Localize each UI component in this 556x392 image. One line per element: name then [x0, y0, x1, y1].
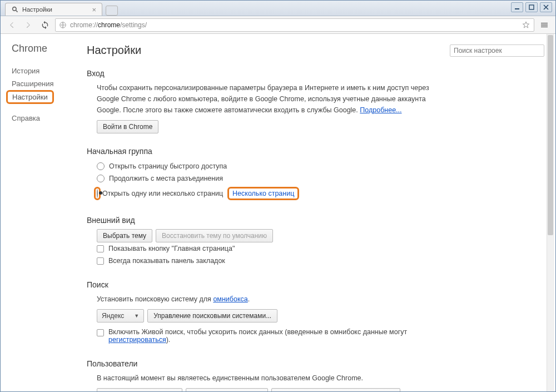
sidebar-item-extensions[interactable]: Расширения — [12, 77, 87, 90]
back-button[interactable] — [5, 18, 18, 32]
section-users-title: Пользователи — [87, 359, 544, 368]
choose-theme-button[interactable]: Выбрать тему — [97, 229, 152, 242]
set-pages-link[interactable]: Несколько страниц — [232, 190, 294, 197]
import-bookmarks-button[interactable]: Импортировать закладки и настройки — [271, 388, 400, 391]
checkbox-instant-label: Включить Живой поиск, чтобы ускорить пои… — [108, 328, 407, 344]
window-controls — [511, 1, 555, 12]
radio-newtab-label: Открыть страницу быстрого доступа — [109, 162, 227, 170]
tab-title: Настройки — [22, 6, 88, 13]
svg-rect-1 — [529, 5, 534, 9]
chevron-down-icon: ▼ — [134, 313, 139, 319]
new-tab-button[interactable] — [106, 6, 118, 16]
forward-button[interactable] — [22, 18, 35, 32]
section-search: Поиск Установить поисковую систему для о… — [87, 280, 544, 346]
section-login: Вход Чтобы сохранить персонализированные… — [87, 69, 544, 133]
add-user-button[interactable]: Добавить пользователя — [97, 388, 182, 391]
reload-button[interactable] — [38, 18, 52, 32]
sign-in-button[interactable]: Войти в Chrome — [97, 120, 158, 133]
radio-newtab[interactable] — [97, 162, 105, 170]
register-link[interactable]: регистрироваться — [108, 336, 166, 344]
settings-content: Chrome История Расширения Настройки Спра… — [1, 34, 555, 391]
tab-close-icon[interactable]: × — [92, 6, 96, 13]
checkbox-show-bookmarks-label: Всегда показывать панель закладок — [108, 257, 225, 265]
section-appearance-title: Внешний вид — [87, 216, 544, 225]
sidebar-item-help[interactable]: Справка — [12, 112, 87, 125]
sidebar-item-settings[interactable]: Настройки — [6, 90, 54, 104]
url-text: chrome://chrome/settings/ — [70, 21, 147, 29]
svg-rect-0 — [515, 8, 519, 9]
window-titlebar: Настройки × — [1, 1, 555, 16]
maximize-button[interactable] — [525, 2, 538, 12]
address-bar[interactable]: chrome://chrome/settings/ — [55, 18, 534, 32]
browser-toolbar: chrome://chrome/settings/ — [1, 16, 555, 34]
radio-continue[interactable] — [97, 175, 105, 182]
minimize-button[interactable] — [511, 2, 523, 12]
bookmark-star-icon[interactable] — [522, 21, 530, 29]
section-search-title: Поиск — [87, 280, 544, 289]
globe-icon — [59, 21, 67, 29]
hamburger-menu-icon[interactable] — [538, 18, 551, 32]
delete-user-button[interactable]: Удалить пользователя — [186, 388, 267, 391]
sidebar-title: Chrome — [12, 43, 87, 54]
close-window-button[interactable] — [540, 2, 552, 12]
sidebar: Chrome История Расширения Настройки Спра… — [1, 34, 87, 391]
scrollbar[interactable] — [547, 34, 554, 391]
users-desc: В настоящий момент вы являетесь единстве… — [97, 373, 544, 384]
radio-set-pages-label: Открыть одну или несколько страниц — [102, 190, 223, 197]
scrollbar-thumb[interactable] — [548, 35, 553, 235]
checkbox-instant[interactable] — [97, 329, 104, 336]
section-login-title: Вход — [87, 69, 544, 78]
settings-main: Настройки Вход Чтобы сохранить персонали… — [87, 34, 555, 391]
sidebar-item-history[interactable]: История — [12, 64, 87, 77]
checkbox-show-home[interactable] — [97, 245, 104, 252]
section-users: Пользователи В настоящий момент вы являе… — [87, 359, 544, 391]
radio-set-pages[interactable] — [97, 189, 98, 198]
browser-tab[interactable]: Настройки × — [5, 3, 102, 16]
omnibox-link[interactable]: омнибокса — [213, 295, 247, 303]
search-engine-select[interactable]: Яндекс ▼ — [97, 309, 144, 322]
tab-strip: Настройки × — [1, 1, 118, 16]
section-appearance: Внешний вид Выбрать тему Восстановить те… — [87, 216, 544, 267]
checkbox-show-home-label: Показывать кнопку "Главная страница" — [108, 245, 235, 252]
radio-continue-label: Продолжить с места разъединения — [109, 175, 223, 182]
manage-search-engines-button[interactable]: Управление поисковыми системами... — [147, 309, 277, 322]
wrench-icon — [11, 6, 19, 13]
section-startup: Начальная группа Открыть страницу быстро… — [87, 147, 544, 202]
page-title: Настройки — [87, 44, 141, 57]
section-startup-title: Начальная группа — [87, 147, 544, 156]
reset-theme-button[interactable]: Восстановить тему по умолчанию — [156, 229, 273, 242]
learn-more-link[interactable]: Подробнее... — [360, 106, 401, 114]
checkbox-show-bookmarks[interactable] — [97, 257, 104, 265]
settings-search-input[interactable] — [450, 44, 544, 57]
